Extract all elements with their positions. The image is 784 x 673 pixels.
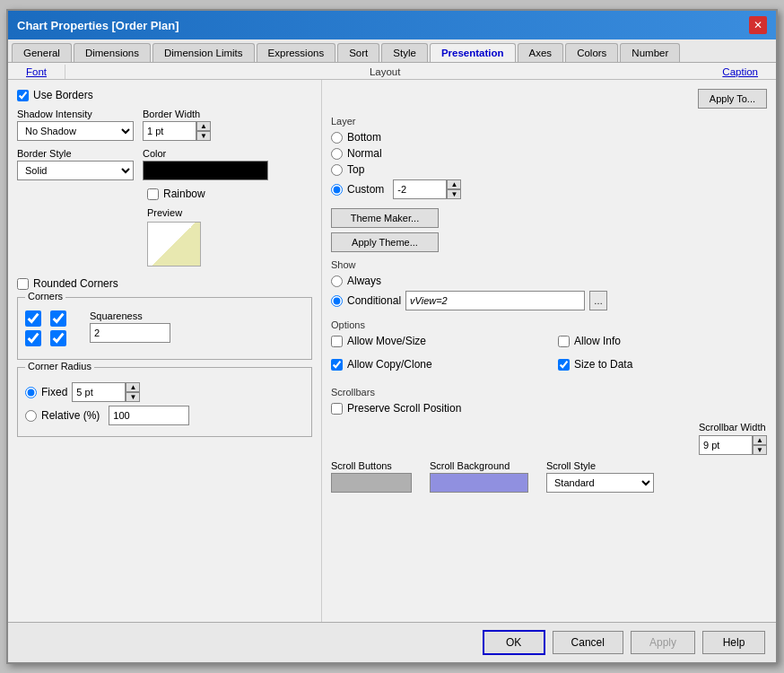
dialog-title: Chart Properties [Order Plan]: [17, 19, 179, 32]
scrollbar-width-down[interactable]: ▼: [753, 445, 767, 455]
scroll-background-preview[interactable]: [430, 473, 528, 493]
help-button[interactable]: Help: [702, 631, 765, 654]
rounded-corners-checkbox[interactable]: [17, 278, 29, 290]
relative-radio[interactable]: [25, 410, 37, 422]
show-conditional-radio[interactable]: [331, 295, 343, 307]
preview-box: [147, 222, 201, 267]
layer-group: Layer Bottom Normal Top Custom: [331, 116, 767, 199]
tab-dimension-limits[interactable]: Dimension Limits: [152, 43, 255, 62]
layer-up[interactable]: ▲: [447, 179, 461, 189]
tab-number[interactable]: Number: [620, 43, 680, 62]
border-width-label: Border Width: [143, 109, 211, 119]
tab-sort[interactable]: Sort: [337, 43, 379, 62]
rainbow-checkbox[interactable]: [147, 188, 159, 200]
shadow-border-row: Shadow Intensity No Shadow Light Medium …: [17, 109, 312, 141]
squareness-label: Squareness: [90, 310, 170, 321]
tab-style[interactable]: Style: [381, 43, 428, 62]
tab-axes[interactable]: Axes: [518, 43, 564, 62]
layer-normal-radio[interactable]: [331, 148, 343, 160]
fixed-input[interactable]: [72, 382, 126, 402]
layer-normal-row: Normal: [331, 147, 767, 160]
border-width-up[interactable]: ▲: [196, 121, 211, 131]
fixed-radio[interactable]: [25, 387, 37, 398]
tab-general[interactable]: General: [12, 43, 72, 62]
options-grid: Allow Move/Size Allow Info Allow Copy/Cl…: [331, 335, 767, 378]
tab-colors[interactable]: Colors: [565, 43, 618, 62]
scroll-style-select[interactable]: Standard Modern Classic: [546, 473, 654, 493]
shadow-intensity-label: Shadow Intensity: [17, 109, 134, 119]
theme-maker-button[interactable]: Theme Maker...: [331, 208, 439, 228]
corner-tr[interactable]: [50, 310, 66, 327]
layer-bottom-radio[interactable]: [331, 132, 343, 144]
squareness-group: Squareness: [90, 310, 170, 343]
preview-section: Preview: [147, 207, 312, 267]
sub-tab-font[interactable]: Font: [8, 65, 65, 79]
corner-tl[interactable]: [25, 310, 41, 327]
relative-input[interactable]: [109, 406, 189, 425]
relative-radius-row: Relative (%): [25, 406, 304, 425]
allow-info-label: Allow Info: [574, 335, 621, 347]
apply-button[interactable]: Apply: [631, 631, 695, 654]
cancel-button[interactable]: Cancel: [553, 631, 623, 654]
apply-theme-button[interactable]: Apply Theme...: [331, 232, 439, 252]
rainbow-row: Rainbow: [147, 188, 312, 200]
fixed-down[interactable]: ▼: [126, 392, 140, 402]
border-style-label: Border Style: [17, 148, 134, 159]
tab-expressions[interactable]: Expressions: [257, 43, 336, 62]
allow-copy-clone-row: Allow Copy/Clone: [331, 358, 540, 371]
fixed-up[interactable]: ▲: [126, 382, 140, 392]
tab-dimensions[interactable]: Dimensions: [74, 43, 151, 62]
title-bar: Chart Properties [Order Plan] ✕: [8, 11, 776, 39]
layer-bottom-row: Bottom: [331, 131, 767, 144]
layer-custom-radio[interactable]: [331, 184, 343, 196]
allow-move-size-checkbox[interactable]: [331, 336, 343, 347]
squareness-input[interactable]: [90, 323, 170, 343]
allow-move-size-row: Allow Move/Size: [331, 335, 540, 347]
show-always-radio[interactable]: [331, 275, 343, 287]
size-to-data-row: Size to Data: [558, 358, 767, 371]
color-picker[interactable]: [143, 161, 268, 180]
use-borders-checkbox[interactable]: [17, 90, 29, 101]
conditional-browse-button[interactable]: …: [589, 291, 607, 310]
apply-to-button[interactable]: Apply To...: [698, 89, 767, 109]
allow-info-row: Allow Info: [558, 335, 767, 347]
show-group: Show Always Conditional …: [331, 259, 767, 310]
conditional-input[interactable]: [405, 291, 585, 310]
ok-button[interactable]: OK: [483, 630, 545, 655]
corner-bl[interactable]: [25, 330, 41, 346]
border-width-spinner-btns: ▲ ▼: [196, 121, 211, 141]
corners-group-box: Corners Squareness: [17, 297, 312, 360]
bottom-bar: OK Cancel Apply Help: [8, 622, 776, 662]
layer-down[interactable]: ▼: [447, 189, 461, 199]
scroll-buttons-preview[interactable]: [331, 473, 412, 493]
border-style-select[interactable]: Solid Dashed Dotted: [17, 161, 134, 180]
preserve-scroll-checkbox[interactable]: [331, 403, 343, 415]
content-area: Use Borders Shadow Intensity No Shadow L…: [8, 80, 776, 622]
scroll-row: Scroll Buttons Scroll Background Scroll …: [331, 460, 767, 493]
options-group: Options Allow Move/Size Allow Info Allow…: [331, 319, 767, 378]
border-width-down[interactable]: ▼: [196, 131, 211, 141]
scrollbar-width-input[interactable]: [699, 435, 753, 455]
corner-br[interactable]: [50, 330, 66, 346]
right-panel: Apply To... Layer Bottom Normal Top: [322, 80, 776, 622]
color-label: Color: [143, 148, 268, 159]
corner-radius-group: Corner Radius Fixed ▲ ▼: [17, 367, 312, 437]
sub-tab-layout[interactable]: Layout: [65, 65, 704, 79]
allow-copy-clone-checkbox[interactable]: [331, 359, 343, 371]
preview-label: Preview: [147, 207, 312, 218]
sub-tab-caption[interactable]: Caption: [704, 65, 776, 79]
layer-custom-input[interactable]: [393, 179, 447, 199]
layer-normal-label: Normal: [347, 147, 382, 160]
close-button[interactable]: ✕: [749, 16, 767, 34]
layer-custom-spinner: ▲ ▼: [393, 179, 461, 199]
scrollbar-width-btns: ▲ ▼: [753, 435, 767, 455]
shadow-intensity-select[interactable]: No Shadow Light Medium Heavy: [17, 121, 134, 141]
size-to-data-checkbox[interactable]: [558, 359, 570, 371]
scroll-buttons-label: Scroll Buttons: [331, 460, 412, 471]
show-always-row: Always: [331, 275, 767, 287]
scrollbar-width-up[interactable]: ▲: [753, 435, 767, 445]
tab-presentation[interactable]: Presentation: [430, 43, 516, 62]
layer-top-radio[interactable]: [331, 164, 343, 176]
allow-info-checkbox[interactable]: [558, 336, 570, 347]
border-width-input[interactable]: [143, 121, 196, 141]
